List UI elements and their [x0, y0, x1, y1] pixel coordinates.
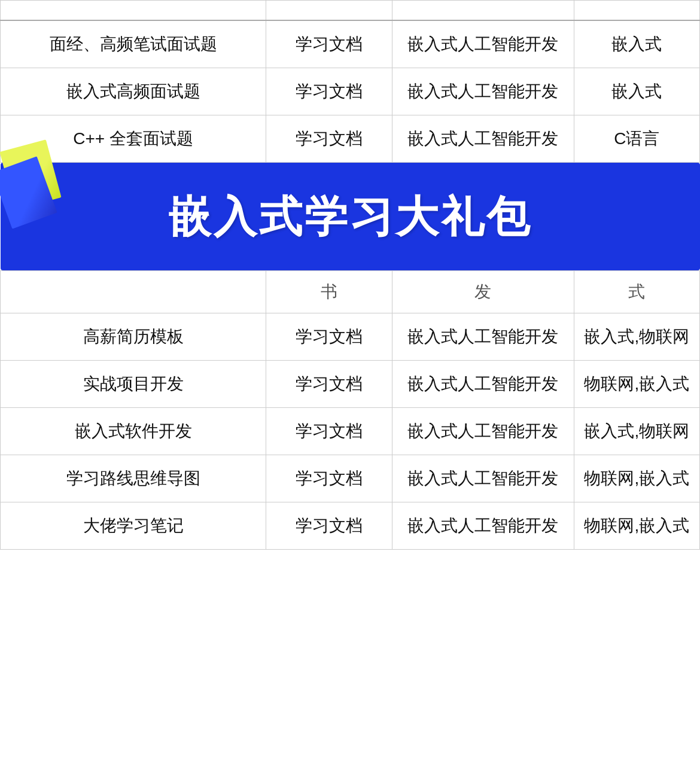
- cell-type: 学习文档: [266, 115, 392, 163]
- main-table-container: 面经、高频笔试面试题 学习文档 嵌入式人工智能开发 嵌入式 嵌入式高频面试题 学…: [0, 0, 700, 550]
- table-row: C++ 全套面试题 学习文档 嵌入式人工智能开发 C语言: [1, 115, 700, 163]
- table-row: 嵌入式软件开发 学习文档 嵌入式人工智能开发 嵌入式,物联网: [1, 408, 700, 455]
- cell-title: 面经、高频笔试面试题: [1, 20, 266, 68]
- partial-visible-row: 书 发 式: [1, 271, 700, 313]
- cell-major: 嵌入式人工智能开发: [392, 20, 574, 68]
- cell-title: 大佬学习笔记: [1, 502, 266, 550]
- cell-partial-title: [1, 271, 266, 313]
- cell-tag: 嵌入式: [574, 20, 699, 68]
- table-row: 大佬学习笔记 学习文档 嵌入式人工智能开发 物联网,嵌入式: [1, 502, 700, 550]
- cell-major: 嵌入式人工智能开发: [392, 313, 574, 361]
- cell-type: 学习文档: [266, 68, 392, 115]
- cell-type: 学习文档: [266, 455, 392, 502]
- cell-partial-tag: 式: [574, 271, 699, 313]
- banner-cell: 嵌入式学习大礼包: [1, 163, 700, 271]
- cell-major: 嵌入式人工智能开发: [392, 502, 574, 550]
- table-row: 面经、高频笔试面试题 学习文档 嵌入式人工智能开发 嵌入式: [1, 20, 700, 68]
- cell-title: 学习路线思维导图: [1, 455, 266, 502]
- cell-type: 学习文档: [266, 361, 392, 408]
- cell-type: 学习文档: [266, 20, 392, 68]
- table-row: 嵌入式高频面试题 学习文档 嵌入式人工智能开发 嵌入式: [1, 68, 700, 115]
- table-row: 高薪简历模板 学习文档 嵌入式人工智能开发 嵌入式,物联网: [1, 313, 700, 361]
- col-header-tag: [574, 1, 699, 21]
- table-row: 学习路线思维导图 学习文档 嵌入式人工智能开发 物联网,嵌入式: [1, 455, 700, 502]
- banner-wrapper: 嵌入式学习大礼包: [1, 163, 700, 270]
- cell-type: 学习文档: [266, 408, 392, 455]
- cell-tag: 物联网,嵌入式: [574, 455, 699, 502]
- cell-major: 嵌入式人工智能开发: [392, 68, 574, 115]
- cell-major: 嵌入式人工智能开发: [392, 408, 574, 455]
- cell-tag: 物联网,嵌入式: [574, 502, 699, 550]
- table-header-row: [1, 1, 700, 21]
- cell-type: 学习文档: [266, 502, 392, 550]
- col-header-type: [266, 1, 392, 21]
- cell-partial-type: 书: [266, 271, 392, 313]
- cell-tag: 嵌入式: [574, 68, 699, 115]
- cell-title: 嵌入式软件开发: [1, 408, 266, 455]
- cell-type: 学习文档: [266, 313, 392, 361]
- cell-title: 高薪简历模板: [1, 313, 266, 361]
- table-row: 实战项目开发 学习文档 嵌入式人工智能开发 物联网,嵌入式: [1, 361, 700, 408]
- cell-tag: 嵌入式,物联网: [574, 313, 699, 361]
- cell-title: 实战项目开发: [1, 361, 266, 408]
- cell-major: 嵌入式人工智能开发: [392, 115, 574, 163]
- cell-tag: C语言: [574, 115, 699, 163]
- banner-title: 嵌入式学习大礼包: [1, 163, 700, 270]
- cell-title: 嵌入式高频面试题: [1, 68, 266, 115]
- resource-table: 面经、高频笔试面试题 学习文档 嵌入式人工智能开发 嵌入式 嵌入式高频面试题 学…: [0, 0, 700, 550]
- cell-tag: 物联网,嵌入式: [574, 361, 699, 408]
- cell-major: 嵌入式人工智能开发: [392, 455, 574, 502]
- cell-tag: 嵌入式,物联网: [574, 408, 699, 455]
- col-header-major: [392, 1, 574, 21]
- cell-major: 嵌入式人工智能开发: [392, 361, 574, 408]
- cell-partial-major: 发: [392, 271, 574, 313]
- col-header-title: [1, 1, 266, 21]
- banner-row: 嵌入式学习大礼包: [1, 163, 700, 271]
